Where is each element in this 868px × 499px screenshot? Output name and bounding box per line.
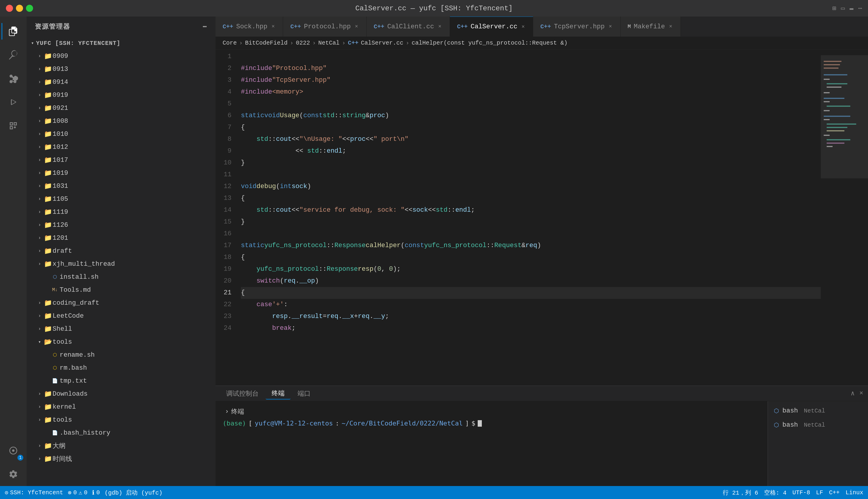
tab-close-sock[interactable]: × — [270, 23, 276, 30]
terminal-close-icon[interactable]: × — [859, 390, 863, 397]
status-platform[interactable]: Linux — [846, 489, 863, 496]
tree-root[interactable]: ▾ YUFC [SSH: YFCTENCENT] — [27, 37, 216, 50]
bc-core[interactable]: Core — [223, 39, 237, 46]
tree-item-0909[interactable]: › 📁 0909 — [27, 50, 216, 63]
activity-settings[interactable] — [1, 462, 25, 486]
tree-item-1012[interactable]: › 📁 1012 — [27, 141, 216, 154]
panel-icon[interactable]: ▬ — [850, 5, 854, 12]
status-line-ending[interactable]: LF — [816, 489, 823, 496]
layout-icon[interactable]: ⊞ — [832, 4, 836, 12]
tree-item-1105[interactable]: › 📁 1105 — [27, 193, 216, 206]
info-icon: ℹ — [92, 489, 95, 496]
arrow-1201: › — [36, 235, 43, 241]
status-gdb[interactable]: (gdb) 启动 (yufc) — [105, 489, 162, 497]
bc-bitcodefield[interactable]: BitCodeField — [245, 39, 288, 46]
activity-extensions[interactable] — [1, 114, 25, 137]
tree-item-tools[interactable]: ▾ 📂 tools — [27, 336, 216, 349]
tree-item-1119[interactable]: › 📁 1119 — [27, 206, 216, 219]
tree-item-1019[interactable]: › 📁 1019 — [27, 167, 216, 180]
prompt-base: (base) — [223, 419, 246, 427]
bc-netcal[interactable]: NetCal — [318, 39, 340, 46]
arrow-0914: › — [36, 80, 43, 85]
close-button[interactable] — [6, 5, 13, 12]
activity-run[interactable] — [1, 90, 25, 114]
sidebar-icon[interactable]: ▭ — [841, 4, 845, 12]
terminal-tab-port[interactable]: 端口 — [292, 388, 317, 400]
tab-close-protocol[interactable]: × — [354, 23, 359, 30]
terminal-section[interactable]: › 终端 — [223, 406, 760, 417]
tree-item-1031[interactable]: › 📁 1031 — [27, 180, 216, 193]
folder-icon-0909: 📁 — [44, 52, 52, 60]
bc-calserver[interactable]: CalServer.cc — [361, 39, 403, 46]
terminal-session-2[interactable]: ⬡ bash NetCal — [770, 418, 866, 432]
tab-close-makefile[interactable]: × — [668, 23, 673, 30]
code-editor[interactable]: 12345 678910 1112131415 1617181920 21 22… — [216, 50, 821, 386]
status-spaces[interactable]: 空格: 4 — [764, 489, 786, 497]
tree-item-0921[interactable]: › 📁 0921 — [27, 101, 216, 114]
tree-item-coding-draft[interactable]: › 📁 coding_draft — [27, 296, 216, 309]
tree-item-timeline[interactable]: › 📁 时间线 — [27, 452, 216, 465]
tab-close-tcpserver[interactable]: × — [608, 23, 613, 30]
tree-item-tools2[interactable]: › 📁 tools — [27, 413, 216, 426]
activity-explorer[interactable] — [1, 20, 25, 43]
status-info[interactable]: ℹ 0 — [92, 489, 100, 496]
file-icon-tmp-txt: 📄 — [52, 378, 58, 384]
tab-sock[interactable]: C++ Sock.hpp × — [216, 16, 283, 37]
tree-item-rm-bash[interactable]: ⬡ rm.bash — [27, 362, 216, 374]
activity-search[interactable] — [1, 43, 25, 67]
tab-close-calclient[interactable]: × — [437, 23, 442, 30]
status-lang[interactable]: C++ — [829, 489, 840, 496]
activity-remote[interactable]: 1 — [1, 439, 25, 462]
tree-item-install-sh[interactable]: ⬡ install.sh — [27, 270, 216, 283]
terminal-main[interactable]: › 终端 (base) [yufc@VM-12-12-centos:~/Core… — [216, 401, 768, 486]
sidebar-content[interactable]: ▾ YUFC [SSH: YFCTENCENT] › 📁 0909 › 📁 09… — [27, 37, 216, 486]
tree-item-0914[interactable]: › 📁 0914 — [27, 76, 216, 88]
more-icon[interactable]: ⋯ — [858, 4, 862, 12]
tree-item-tools-md[interactable]: M↓ Tools.md — [27, 283, 216, 296]
label-1201: 1201 — [52, 234, 68, 242]
tree-item-kernel[interactable]: › 📁 kernel — [27, 400, 216, 413]
tree-item-outline[interactable]: › 📁 大纲 — [27, 439, 216, 452]
tree-item-0913[interactable]: › 📁 0913 — [27, 63, 216, 76]
tree-item-draft[interactable]: › 📁 draft — [27, 244, 216, 257]
tab-calserver[interactable]: C++ CalServer.cc × — [450, 16, 533, 37]
bc-0222[interactable]: 0222 — [296, 39, 310, 46]
tab-protocol[interactable]: C++ Protocol.hpp × — [283, 16, 366, 37]
status-position[interactable]: 行 21，列 6 — [723, 489, 758, 497]
terminal-tab-debug[interactable]: 调试控制台 — [220, 388, 265, 400]
tree-item-1201[interactable]: › 📁 1201 — [27, 231, 216, 244]
code-line-20: switch (req.__op) — [241, 275, 821, 287]
status-errors[interactable]: ⊗ 0 ⚠ 0 — [68, 489, 87, 496]
tree-item-1010[interactable]: › 📁 1010 — [27, 127, 216, 141]
code-content[interactable]: #include "Protocol.hpp" #include "TcpSer… — [236, 50, 821, 386]
tree-item-leetcode[interactable]: › 📁 LeetCode — [27, 309, 216, 322]
activity-source-control[interactable] — [1, 67, 25, 90]
tree-item-1126[interactable]: › 📁 1126 — [27, 219, 216, 231]
tree-item-1017[interactable]: › 📁 1017 — [27, 154, 216, 167]
status-encoding[interactable]: UTF-8 — [792, 489, 810, 496]
window-controls[interactable] — [6, 5, 33, 12]
tree-item-1008[interactable]: › 📁 1008 — [27, 114, 216, 127]
minimize-button[interactable] — [16, 5, 23, 12]
svg-rect-23 — [821, 55, 868, 178]
tree-item-bash-history[interactable]: 📄 .bash_history — [27, 426, 216, 439]
tab-calclient[interactable]: C++ CalClient.cc × — [367, 16, 450, 37]
maximize-button[interactable] — [26, 5, 33, 12]
bc-function[interactable]: calHelper(const yufc_ns_protocol::Reques… — [412, 39, 567, 46]
terminal-tab-terminal[interactable]: 终端 — [266, 388, 291, 400]
tree-item-tmp-txt[interactable]: 📄 tmp.txt — [27, 374, 216, 387]
tab-tcpserver[interactable]: C++ TcpServer.hpp × — [533, 16, 620, 37]
sidebar-more-icon[interactable]: ⋯ — [203, 23, 207, 31]
tree-item-xjh[interactable]: › 📁 xjh_multi_thread — [27, 257, 216, 270]
tree-item-downloads[interactable]: › 📁 Downloads — [27, 387, 216, 400]
tab-makefile[interactable]: M Makefile × — [621, 16, 681, 37]
tab-close-calserver[interactable]: × — [520, 23, 526, 31]
terminal-collapse-icon[interactable]: ∧ — [851, 389, 855, 398]
terminal-session-1[interactable]: ⬡ bash NetCal — [770, 404, 866, 418]
tree-item-0919[interactable]: › 📁 0919 — [27, 88, 216, 101]
tree-item-shell[interactable]: › 📁 Shell — [27, 322, 216, 336]
status-ssh[interactable]: ⊙ SSH: YfcTencent — [5, 489, 63, 496]
tree-item-rename-sh[interactable]: ⬡ rename.sh — [27, 349, 216, 362]
code-line-6: static void Usage(const std::string &pro… — [241, 110, 821, 122]
gdb-status: (gdb) 启动 (yufc) — [105, 489, 162, 497]
